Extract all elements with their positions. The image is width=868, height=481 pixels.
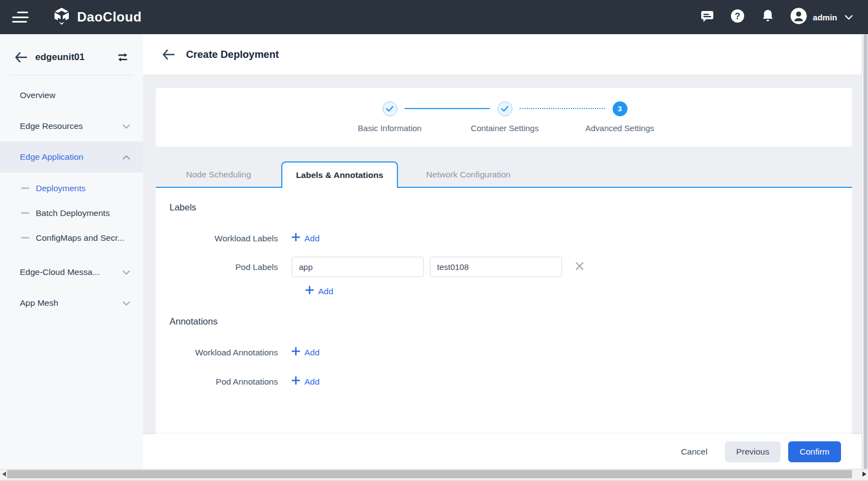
settings-tabbar: Node Scheduling Labels & Annotations Net…	[156, 161, 852, 188]
vertical-scrollbar-thumb[interactable]	[864, 34, 867, 469]
sidebar-header: edgeunit01	[0, 34, 143, 64]
dash-icon	[21, 237, 29, 239]
annotations-section-heading: Annotations	[170, 316, 852, 327]
dash-icon	[21, 212, 29, 214]
vertical-scrollbar[interactable]	[861, 34, 868, 469]
add-pod-label-button[interactable]: Add	[305, 286, 334, 296]
cancel-button[interactable]: Cancel	[673, 442, 715, 462]
navbar-actions: ? admin	[685, 7, 853, 27]
sidebar-item-overview[interactable]: Overview	[0, 80, 143, 111]
workload-labels-row: Workload Labels Add	[170, 233, 852, 244]
brand-name: DaoCloud	[77, 9, 141, 25]
question-icon: ?	[730, 8, 745, 26]
menu-toggle-icon[interactable]	[12, 10, 30, 24]
add-workload-label-button[interactable]: Add	[292, 233, 320, 244]
window-bottom-edge	[0, 479, 868, 481]
stepper: Basic Information Container Settings 3 A…	[156, 88, 852, 147]
sidebar-item-edge-resources[interactable]: Edge Resources	[0, 111, 143, 142]
sidebar: edgeunit01 Overview Edge Resources Edge …	[0, 34, 143, 469]
tab-node-scheduling[interactable]: Node Scheduling	[156, 161, 281, 188]
scroll-left-arrow-icon[interactable]	[1, 471, 7, 478]
horizontal-scrollbar[interactable]	[0, 469, 868, 479]
pod-annotations-label: Pod Annotations	[170, 377, 292, 387]
daocloud-logo[interactable]: DaoCloud	[52, 6, 141, 28]
sidebar-item-configmaps-secrets[interactable]: ConfigMaps and Secr...	[0, 225, 143, 250]
content-area: Basic Information Container Settings 3 A…	[143, 74, 861, 434]
labels-section-heading: Labels	[170, 202, 852, 213]
sidebar-divider	[11, 75, 132, 75]
chevron-up-icon	[123, 152, 130, 162]
page-back-button[interactable]	[162, 48, 175, 61]
chat-icon	[700, 9, 714, 25]
bell-icon	[761, 9, 775, 25]
wizard-footer: Cancel Previous Confirm	[143, 434, 861, 469]
avatar-icon	[790, 7, 807, 27]
sidebar-item-deployments[interactable]: Deployments	[0, 176, 143, 201]
daocloud-cube-icon	[52, 6, 72, 28]
sidebar-item-app-mesh[interactable]: App Mesh	[0, 288, 143, 318]
pod-labels-row: Pod Labels	[170, 257, 852, 277]
svg-text:?: ?	[735, 12, 740, 21]
sidebar-back-button[interactable]	[14, 51, 28, 64]
feedback-button[interactable]	[699, 9, 716, 25]
add-workload-annotation-button[interactable]: Add	[292, 347, 320, 358]
dash-icon	[21, 187, 29, 189]
main-area: Create Deployment Basic Information Cont…	[143, 34, 861, 469]
previous-button[interactable]: Previous	[725, 441, 780, 462]
sidebar-item-edge-cloud-message[interactable]: Edge-Cloud Messa...	[0, 257, 143, 288]
plus-icon	[292, 347, 300, 358]
tab-labels-annotations[interactable]: Labels & Annotations	[281, 161, 398, 188]
user-menu[interactable]: admin	[790, 7, 853, 27]
horizontal-scrollbar-thumb[interactable]	[7, 470, 852, 478]
edge-unit-title: edgeunit01	[35, 52, 116, 63]
plus-icon	[292, 233, 300, 244]
user-chevron-down-icon	[845, 12, 853, 22]
notifications-button[interactable]	[760, 9, 776, 25]
pod-labels-label: Pod Labels	[170, 262, 292, 272]
add-pod-annotation-button[interactable]: Add	[292, 376, 320, 387]
help-button[interactable]: ?	[729, 9, 746, 25]
chevron-down-icon	[123, 298, 130, 308]
plus-icon	[305, 286, 314, 296]
pod-label-key-input[interactable]	[292, 257, 424, 277]
workload-annotations-row: Workload Annotations Add	[170, 347, 852, 358]
chevron-down-icon	[123, 267, 130, 277]
step-done-check-icon	[383, 101, 397, 116]
pod-label-value-input[interactable]	[430, 257, 562, 277]
top-navbar: DaoCloud ?	[0, 0, 868, 34]
edge-application-submenu: Deployments Batch Deployments ConfigMaps…	[0, 172, 143, 257]
workload-labels-label: Workload Labels	[170, 234, 292, 244]
confirm-button[interactable]: Confirm	[788, 441, 841, 462]
step-number-badge: 3	[613, 101, 627, 116]
close-icon	[575, 262, 584, 272]
switch-unit-button[interactable]	[116, 51, 129, 64]
plus-icon	[292, 376, 300, 387]
step-done-check-icon	[498, 101, 512, 116]
sidebar-item-edge-application[interactable]: Edge Application	[0, 142, 143, 172]
remove-pod-label-button[interactable]	[574, 262, 585, 273]
tab-network-configuration[interactable]: Network Configuration	[398, 161, 539, 188]
sidebar-item-batch-deployments[interactable]: Batch Deployments	[0, 201, 143, 225]
step-advanced-settings[interactable]: 3 Advanced Settings	[573, 101, 667, 133]
pod-annotations-row: Pod Annotations Add	[170, 376, 852, 387]
page-title: Create Deployment	[186, 48, 279, 61]
workload-annotations-label: Workload Annotations	[170, 348, 292, 358]
page-header: Create Deployment	[143, 34, 861, 74]
step-container-settings[interactable]: Container Settings	[458, 101, 552, 133]
username-label: admin	[813, 13, 837, 22]
step-basic-information[interactable]: Basic Information	[343, 101, 436, 133]
chevron-down-icon	[123, 121, 130, 131]
labels-annotations-panel: Labels Workload Labels Add Pod Labels	[156, 188, 852, 434]
pod-labels-add-row: Add	[305, 286, 852, 296]
scroll-right-arrow-icon[interactable]	[861, 471, 867, 478]
